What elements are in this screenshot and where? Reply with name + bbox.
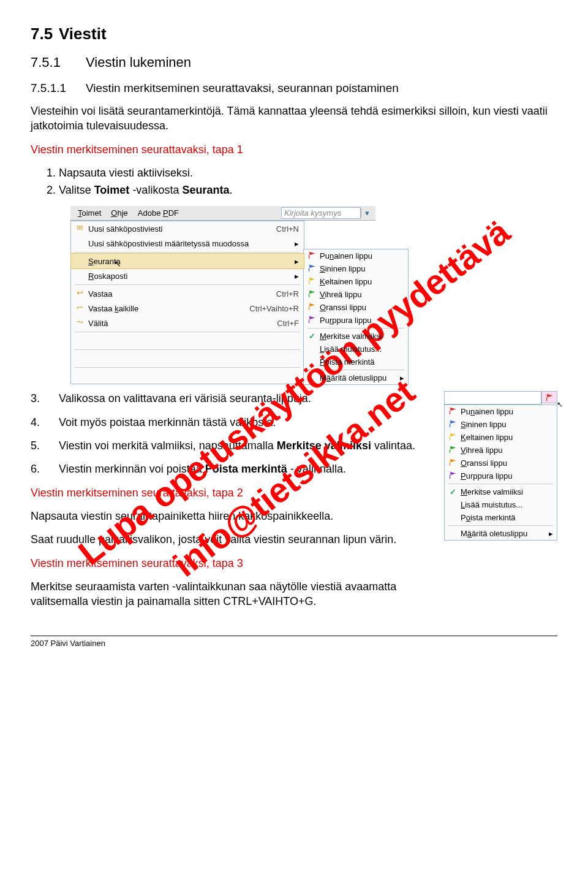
submenu-vihrea[interactable]: Vihreä lippu — [304, 288, 408, 301]
check-icon: ✓ — [448, 487, 458, 496]
ctx-poista-merkinta[interactable]: Poista merkintä — [445, 511, 557, 524]
step-5: 5.Viestin voi merkitä valmiiksi, napsaut… — [31, 438, 432, 453]
menu-item-valita[interactable]: Välitä Ctrl+F — [71, 316, 304, 330]
tapa2-title: Viestin merkitseminen seurattavaksi, tap… — [31, 485, 432, 500]
heading-7-5-1-1: 7.5.1.1Viestin merkitseminen seurattavak… — [31, 82, 557, 95]
menu-ohje[interactable]: Ohje — [106, 207, 132, 219]
submenu-keltainen[interactable]: Keltainen lippu — [304, 275, 408, 288]
ctx-merkitse-valmiiksi[interactable]: ✓Merkitse valmiiksi — [445, 485, 557, 498]
ctx-punainen[interactable]: Punainen lippu — [445, 405, 557, 418]
ctx-oranssi[interactable]: Oranssi lippu — [445, 457, 557, 469]
ctx-keltainen[interactable]: Keltainen lippu — [445, 431, 557, 444]
tapa3-p: Merkitse seuraamista varten -valintaikku… — [31, 579, 432, 609]
flag-column-cell[interactable] — [541, 391, 557, 403]
menu-item-vastaa-kaikille[interactable]: Vastaa kaikille Ctrl+Vaihto+R — [71, 301, 304, 316]
tapa3-title: Viestin merkitseminen seurattavaksi, tap… — [31, 556, 432, 571]
flag-red-icon — [546, 393, 553, 401]
tapa1-title: Viestin merkitseminen seurattavaksi, tap… — [31, 142, 557, 157]
menu-search-box[interactable]: Kirjoita kysymys — [281, 207, 361, 219]
flag-purple-icon — [450, 471, 456, 479]
step-3: 3.Valikossa on valittavana eri värisiä s… — [31, 391, 432, 406]
mail-icon — [75, 223, 85, 232]
page-footer: 2007 Päivi Vartiainen — [31, 636, 557, 648]
menu-item-uusi-maaritetty[interactable]: Uusi sähköpostiviesti määritetyssä muodo… — [71, 236, 304, 251]
menu-adobe-pdf[interactable]: Adobe PDF — [133, 207, 184, 219]
submenu-lisaa-muistutus[interactable]: Lisää muistutus... — [304, 343, 408, 355]
ctx-purppura[interactable]: Purppura lippu — [445, 469, 557, 482]
menu-item-seuranta[interactable]: Seuranta ▸ ↖ — [71, 254, 304, 268]
menu-item-vastaa[interactable]: Vastaa Ctrl+R — [71, 286, 304, 301]
heading-7-5: 7.5Viestit — [31, 25, 557, 44]
forward-icon — [75, 317, 85, 327]
reply-all-icon — [75, 303, 85, 312]
heading-7-5-1: 7.5.1Viestin lukeminen — [31, 55, 557, 70]
screenshot-context-menu: Punainen lippu Sininen lippu Keltainen l… — [444, 391, 557, 541]
flag-yellow-icon — [450, 433, 456, 440]
menu-toimet[interactable]: Toimet — [73, 207, 106, 219]
tapa2-p2: Saat ruudulle paikallisvalikon, josta vo… — [31, 532, 432, 547]
flag-orange-icon — [450, 458, 456, 466]
tapa2-p1: Napsauta viestin seurantapainiketta hiir… — [31, 509, 432, 523]
check-icon: ✓ — [307, 332, 317, 341]
step-4: 4.Voit myös poistaa merkinnän tästä vali… — [31, 415, 432, 430]
reply-icon — [75, 288, 85, 297]
seuranta-submenu: Punainen lippu Sininen lippu Keltainen l… — [303, 249, 409, 385]
menu-item-roskaposti[interactable]: Roskaposti ▸ — [71, 268, 304, 283]
menu-search-dropdown[interactable]: ▾ — [361, 208, 373, 218]
submenu-oranssi[interactable]: Oranssi lippu — [304, 301, 408, 314]
submenu-punainen[interactable]: Punainen lippu — [304, 249, 408, 262]
submenu-sininen[interactable]: Sininen lippu — [304, 262, 408, 275]
flag-purple-icon — [309, 316, 315, 323]
tapa1-step2: Valitse Toimet -valikosta Seuranta. — [59, 183, 557, 197]
submenu-poista-merkinta[interactable]: Poista merkintä — [304, 355, 408, 368]
flag-green-icon — [309, 290, 315, 297]
ctx-lisaa-muistutus[interactable]: Lisää muistutus... — [445, 498, 557, 511]
submenu-maarita-oletus[interactable]: Määritä oletuslippu▸ — [304, 371, 408, 384]
flag-orange-icon — [309, 303, 315, 310]
intro-paragraph: Viesteihin voi lisätä seurantamerkintöjä… — [31, 104, 557, 134]
ctx-sininen[interactable]: Sininen lippu — [445, 418, 557, 431]
submenu-merkitse-valmiiksi[interactable]: ✓Merkitse valmiiksi — [304, 330, 408, 343]
flag-red-icon — [309, 251, 315, 259]
ctx-maarita-oletus[interactable]: Määritä oletuslippu▸ — [445, 527, 557, 540]
flag-green-icon — [450, 446, 456, 453]
tapa1-step1: Napsauta viesti aktiiviseksi. — [59, 165, 557, 180]
submenu-purppura[interactable]: Purppura lippu — [304, 314, 408, 327]
flag-blue-icon — [450, 420, 456, 427]
step-6: 6.Viestin merkinnän voi poistaa Poista m… — [31, 462, 432, 476]
ctx-vihrea[interactable]: Vihreä lippu — [445, 444, 557, 457]
menu-item-uusi-sahkopostiviesti[interactable]: Uusi sähköpostiviesti Ctrl+N — [71, 221, 304, 236]
flag-blue-icon — [309, 264, 315, 272]
screenshot-toimet-menu: Toimet Ohje Adobe PDF Kirjoita kysymys ▾… — [70, 206, 557, 385]
flag-red-icon — [450, 407, 456, 414]
flag-yellow-icon — [309, 277, 315, 284]
